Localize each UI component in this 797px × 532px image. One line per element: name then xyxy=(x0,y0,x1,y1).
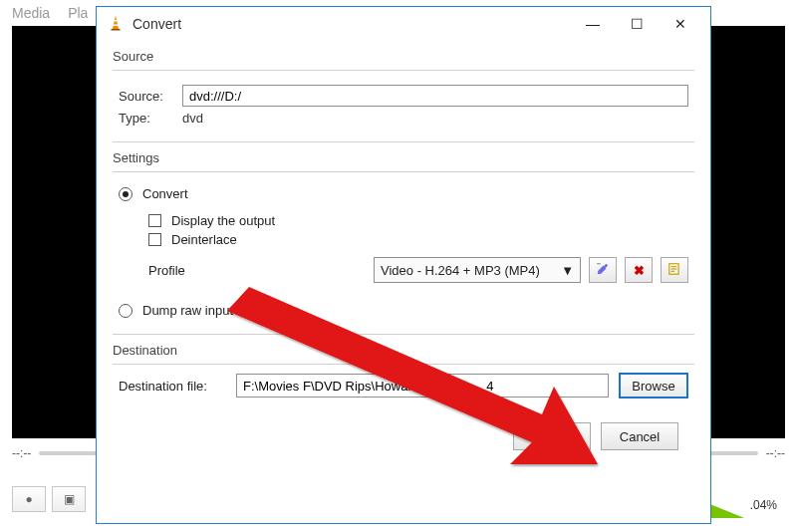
menu-media[interactable]: Media xyxy=(12,5,50,21)
display-output-label: Display the output xyxy=(171,213,275,228)
vlc-cone-icon xyxy=(107,14,125,35)
maximize-button[interactable]: ☐ xyxy=(615,10,659,38)
type-label: Type: xyxy=(119,111,172,126)
svg-rect-1 xyxy=(112,29,121,31)
time-total: --:-- xyxy=(766,446,785,460)
settings-group: Settings Convert Display the output Dein… xyxy=(113,150,694,335)
new-profile-icon xyxy=(667,262,681,279)
source-group: Source Source: Type: dvd xyxy=(113,49,694,142)
dialog-title: Convert xyxy=(133,16,181,32)
cancel-button[interactable]: Cancel xyxy=(601,422,678,450)
dialog-titlebar: Convert — ☐ ✕ xyxy=(97,7,710,41)
record-button[interactable]: ● xyxy=(12,486,46,512)
camera-icon: ▣ xyxy=(64,492,75,506)
delete-profile-button[interactable]: ✖ xyxy=(625,257,653,283)
settings-group-label: Settings xyxy=(113,150,694,165)
edit-profile-button[interactable] xyxy=(589,257,617,283)
start-button[interactable]: Start xyxy=(513,422,591,450)
close-icon: ✕ xyxy=(674,16,686,32)
display-output-checkbox[interactable] xyxy=(148,214,161,227)
browse-button[interactable]: Browse xyxy=(619,373,688,399)
profile-label: Profile xyxy=(148,263,208,278)
delete-icon: ✖ xyxy=(634,263,645,278)
destination-file-input[interactable] xyxy=(236,374,609,398)
destination-group: Destination Destination file: Browse xyxy=(113,343,694,406)
time-elapsed: --:-- xyxy=(12,446,31,460)
chevron-down-icon: ▼ xyxy=(561,263,574,278)
dialog-buttons: Start Cancel xyxy=(113,414,694,450)
source-group-label: Source xyxy=(113,49,694,64)
svg-marker-0 xyxy=(113,15,119,29)
svg-rect-4 xyxy=(597,263,601,264)
volume-value: .04% xyxy=(750,498,777,512)
new-profile-button[interactable] xyxy=(661,257,688,283)
source-label: Source: xyxy=(119,89,172,104)
profile-value: Video - H.264 + MP3 (MP4) xyxy=(381,263,540,278)
source-input[interactable] xyxy=(182,85,688,107)
convert-dialog: Convert — ☐ ✕ Source Source: Type: dvd S… xyxy=(96,6,711,524)
convert-radio[interactable] xyxy=(119,187,133,201)
minimize-icon: — xyxy=(586,16,600,32)
snapshot-button[interactable]: ▣ xyxy=(52,486,86,512)
dump-raw-radio[interactable] xyxy=(119,304,133,318)
deinterlace-label: Deinterlace xyxy=(171,232,237,247)
menu-playback[interactable]: Pla xyxy=(68,5,88,21)
deinterlace-checkbox[interactable] xyxy=(148,233,161,246)
close-button[interactable]: ✕ xyxy=(659,10,702,38)
destination-file-label: Destination file: xyxy=(119,379,226,394)
record-icon: ● xyxy=(25,492,32,506)
svg-rect-2 xyxy=(115,20,118,22)
convert-radio-label: Convert xyxy=(142,186,188,201)
svg-rect-3 xyxy=(114,24,119,26)
minimize-button[interactable]: — xyxy=(571,10,615,38)
profile-select[interactable]: Video - H.264 + MP3 (MP4) ▼ xyxy=(374,257,581,283)
dump-raw-label: Dump raw input xyxy=(142,303,233,318)
type-value: dvd xyxy=(182,111,203,126)
tools-icon xyxy=(596,262,610,279)
maximize-icon: ☐ xyxy=(631,16,644,32)
destination-group-label: Destination xyxy=(113,343,694,358)
